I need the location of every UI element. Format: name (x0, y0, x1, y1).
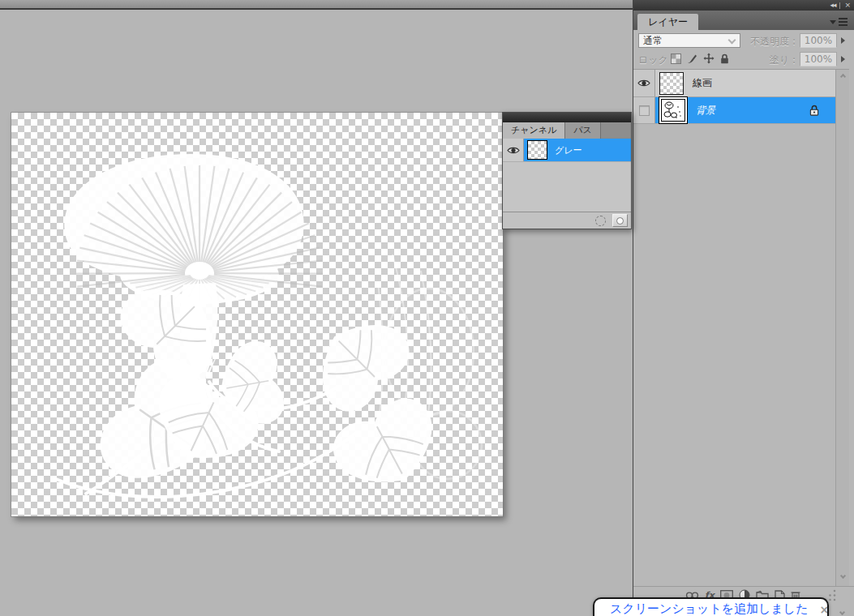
load-channel-as-selection-icon[interactable] (595, 216, 606, 226)
panel-menu-button[interactable] (830, 18, 848, 26)
channel-thumbnail[interactable] (527, 140, 547, 160)
opacity-value-field[interactable]: 100% (800, 33, 837, 48)
opacity-label: 不透明度 : (750, 35, 796, 49)
layer-visibility-toggle[interactable] (633, 70, 655, 96)
channel-row-gray[interactable]: グレー (503, 139, 631, 162)
chevron-down-icon (839, 609, 844, 614)
channels-list: グレー (503, 139, 631, 212)
layer-name: 線画 (693, 76, 712, 90)
channels-footer (503, 212, 631, 229)
scroll-up-button[interactable] (838, 71, 848, 81)
channels-panel-titlebar[interactable] (503, 113, 631, 122)
selection-circle-icon (616, 217, 624, 225)
layer-row-background[interactable]: 背景 (633, 97, 835, 124)
blend-mode-select[interactable]: 通常 (638, 33, 740, 48)
padlock-icon (809, 105, 819, 116)
lock-fill-row: ロック : 塗り : 100% (633, 49, 854, 69)
application-top-bar (0, 0, 633, 10)
canvas-artwork-flower (11, 113, 503, 516)
tab-paths[interactable]: パス (565, 122, 601, 139)
layer-thumbnail[interactable] (661, 99, 685, 122)
lock-all-padlock-icon[interactable] (720, 53, 729, 64)
tab-layers[interactable]: レイヤー (637, 14, 698, 30)
close-panel-button[interactable]: × (844, 2, 850, 9)
scroll-down-button[interactable] (838, 571, 848, 580)
layer-locked-indicator (809, 105, 819, 116)
save-selection-as-channel-button[interactable] (612, 214, 628, 227)
layers-list: 線画 (633, 69, 835, 586)
collapse-panels-button[interactable]: ◂◂ (830, 2, 835, 9)
layer-thumbnail[interactable] (659, 72, 684, 95)
layers-tab-bar: レイヤー (633, 11, 854, 30)
menu-lines-icon (839, 18, 848, 26)
layer-visibility-toggle[interactable] (633, 97, 655, 123)
close-icon[interactable]: × (820, 604, 829, 615)
chevron-down-icon (839, 572, 845, 578)
lock-image-pixels-brush-icon[interactable] (687, 53, 697, 64)
channels-tab-bar: チャンネル パス (503, 122, 631, 139)
channels-panel: チャンネル パス グレー (502, 112, 632, 229)
fill-label: 塗り : (770, 53, 796, 67)
layers-scrollbar[interactable] (835, 69, 849, 586)
lock-transparent-pixels-icon[interactable] (671, 53, 681, 64)
header-divider (839, 2, 840, 9)
blend-mode-value: 通常 (643, 35, 663, 46)
layer-row-lineart[interactable]: 線画 (633, 70, 835, 97)
thumbnail-flower-sketch (662, 100, 684, 121)
eye-icon (637, 79, 650, 88)
scroll-down-button[interactable] (837, 607, 847, 616)
chevron-up-icon (839, 73, 845, 79)
fill-slider-arrow[interactable] (841, 56, 845, 62)
eye-icon (507, 146, 520, 155)
panel-dock-header: ◂◂ × (633, 0, 854, 11)
opacity-slider-arrow[interactable] (841, 37, 845, 44)
channel-name: グレー (555, 144, 582, 156)
lock-position-move-icon[interactable] (703, 53, 715, 64)
lock-label: ロック : (638, 53, 675, 67)
blend-opacity-row: 通常 不透明度 : 100% (633, 30, 854, 49)
triangle-down-icon (830, 20, 836, 24)
tab-channels[interactable]: チャンネル (503, 122, 565, 139)
chevron-down-icon (728, 36, 736, 45)
layer-name: 背景 (696, 104, 715, 118)
notification-text: スクリーンショットを追加しました (610, 601, 809, 616)
visibility-checkbox-empty (639, 105, 650, 116)
layers-panel: ◂◂ × レイヤー 通常 不透明度 : 100% ロック : (633, 0, 854, 616)
dropbox-notification: スクリーンショットを追加しました × (593, 597, 829, 616)
document-canvas[interactable] (11, 113, 503, 516)
channel-visibility-toggle[interactable] (503, 139, 524, 161)
fill-value-field[interactable]: 100% (800, 52, 837, 66)
